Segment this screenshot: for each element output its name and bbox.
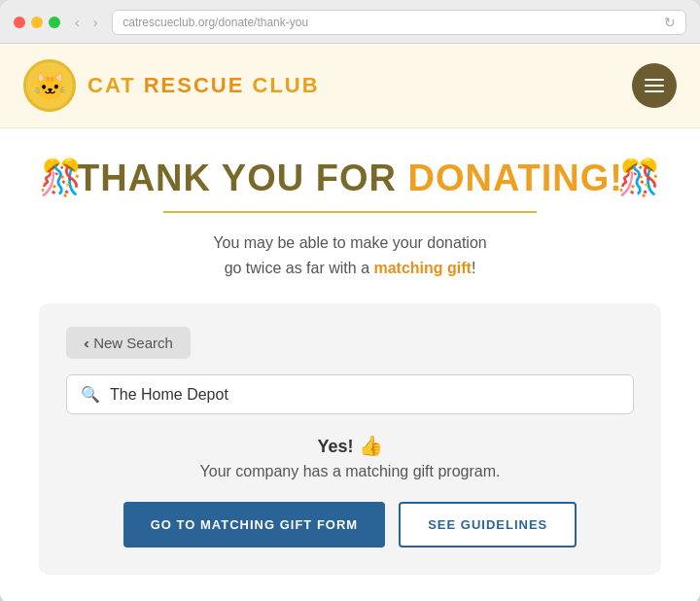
confetti-right-icon: 🎊 (617, 158, 661, 198)
title-rescue: RESCUE (144, 73, 245, 97)
maximize-button[interactable] (49, 17, 60, 28)
browser-chrome: ‹ › catrescueclub.org/donate/thank-you ↻ (0, 0, 700, 44)
thank-you-heading: THANK YOU FOR DONATING! (39, 158, 661, 199)
result-section: Yes! 👍 Your company has a matching gift … (66, 434, 634, 548)
result-description: Your company has a matching gift program… (66, 463, 634, 480)
minimize-button[interactable] (31, 17, 43, 28)
search-icon: 🔍 (81, 385, 100, 404)
divider (163, 211, 537, 213)
site-title: CAT RESCUE CLUB (88, 73, 320, 98)
see-guidelines-button[interactable]: SEE GUIDELINES (399, 502, 577, 548)
matching-gift-link[interactable]: matching gift (373, 260, 471, 276)
confetti-left-icon: 🎊 (39, 158, 83, 198)
forward-button[interactable]: › (88, 13, 103, 32)
address-text: catrescueclub.org/donate/thank-you (122, 16, 664, 29)
search-card: ‹ ‹ New Search 🔍 The Home Depot Yes! 👍 Y… (39, 303, 661, 575)
nav-buttons: ‹ › (70, 13, 102, 32)
menu-button[interactable] (632, 63, 677, 108)
browser-window: ‹ › catrescueclub.org/donate/thank-you ↻… (0, 0, 700, 601)
search-input-wrap[interactable]: 🔍 The Home Depot (66, 374, 634, 414)
new-search-label: ‹ New Search (85, 335, 173, 351)
traffic-lights (14, 17, 60, 28)
menu-line-2 (645, 85, 664, 87)
action-buttons: GO TO MATCHING GIFT FORM SEE GUIDELINES (66, 502, 634, 548)
result-yes-line: Yes! 👍 (66, 434, 634, 457)
yes-text: Yes! (317, 437, 353, 456)
logo-icon: 🐱 (23, 59, 76, 112)
site-header: 🐱 CAT RESCUE CLUB (0, 44, 700, 128)
title-cat: CAT (88, 73, 144, 97)
thumbs-up-icon: 👍 (359, 435, 383, 456)
thank-you-section: 🎊 🎊 THANK YOU FOR DONATING! You may be a… (39, 158, 661, 280)
back-button[interactable]: ‹ (70, 13, 85, 32)
logo-area: 🐱 CAT RESCUE CLUB (23, 59, 320, 112)
new-search-button[interactable]: ‹ ‹ New Search (66, 327, 191, 359)
search-input-value: The Home Depot (110, 386, 228, 404)
menu-line-1 (645, 79, 664, 81)
menu-line-3 (645, 90, 664, 92)
close-button[interactable] (14, 17, 25, 28)
title-club: CLUB (244, 73, 319, 97)
heading-part1: THANK YOU FOR (77, 158, 408, 198)
reload-button[interactable]: ↻ (664, 15, 676, 30)
address-bar[interactable]: catrescueclub.org/donate/thank-you ↻ (112, 10, 686, 35)
go-to-matching-gift-form-button[interactable]: GO TO MATCHING GIFT FORM (123, 502, 385, 548)
main-content: 🎊 🎊 THANK YOU FOR DONATING! You may be a… (0, 128, 700, 601)
cat-emoji: 🐱 (33, 70, 67, 102)
heading-donating: DONATING! (408, 158, 624, 198)
subtitle: You may be able to make your donationgo … (39, 230, 661, 280)
